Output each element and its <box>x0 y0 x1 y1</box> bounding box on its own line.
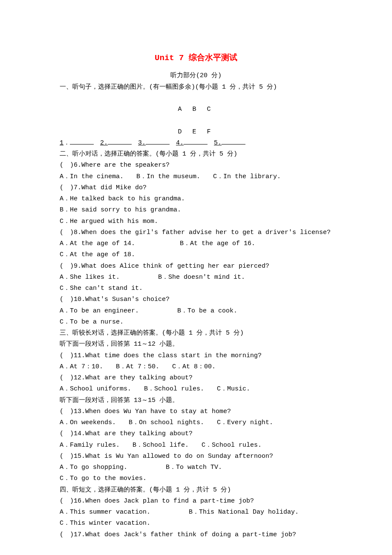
section3-sub2: 听下面一段对话，回答第 13～15 小题。 <box>60 395 332 406</box>
q12-options: A．School uniforms. B．School rules. C．Mus… <box>60 384 332 395</box>
subtitle: 听力部分(20 分) <box>60 70 332 81</box>
image-row-1: A B C <box>60 104 332 115</box>
image-row-2: D E F <box>60 127 332 138</box>
q15-option-ab: A．To go shopping. B．To watch TV. <box>60 462 332 473</box>
q9-option-c: C．She can't stand it. <box>60 283 332 294</box>
spacer <box>60 93 332 104</box>
q10-option-ab: A．To be an engineer. B．To be a cook. <box>60 306 332 317</box>
spacer <box>60 115 332 126</box>
section3-heading: 三、听较长对话，选择正确的答案。(每小题 1 分，共计 5 分) <box>60 328 332 339</box>
q15-option-c: C．To go to the movies. <box>60 473 332 484</box>
q9: ( )9.What does Alice think of getting he… <box>60 261 332 272</box>
section2-heading: 二、听小对话，选择正确的答案。(每小题 1 分，共计 5 分) <box>60 149 332 160</box>
q8: ( )8.When does the girl's father advise … <box>60 227 332 238</box>
q10-option-c: C．To be a nurse. <box>60 317 332 328</box>
q6-options: A．In the cinema. B．In the museum. C．In t… <box>60 171 332 182</box>
q6: ( )6.Where are the speakers? <box>60 160 332 171</box>
q14-options: A．Family rules. B．School life. C．School … <box>60 440 332 451</box>
q12: ( )12.What are they talking about? <box>60 373 332 384</box>
q7-option-c: C．He argued with his mom. <box>60 216 332 227</box>
section3-sub1: 听下面一段对话，回答第 11～12 小题。 <box>60 339 332 350</box>
section1-heading: 一、听句子，选择正确的图片。(有一幅图多余)(每小题 1 分，共计 5 分) <box>60 82 332 93</box>
q13-options: A．On weekends. B．On school nights. C．Eve… <box>60 417 332 428</box>
q13: ( )13.When does Wu Yan have to stay at h… <box>60 406 332 417</box>
q17: ( )17.What does Jack's father think of d… <box>60 529 332 541</box>
q8-option-ab: A．At the age of 14. B．At the age of 16. <box>60 238 332 249</box>
section4-heading: 四、听短文，选择正确的答案。(每小题 1 分，共计 5 分) <box>60 485 332 496</box>
q7-option-a: A．He talked back to his grandma. <box>60 194 332 205</box>
q15: ( )15.What is Wu Yan allowed to do on Su… <box>60 451 332 462</box>
q16: ( )16.When does Jack plan to find a part… <box>60 496 332 507</box>
q11: ( )11.What time does the class start in … <box>60 350 332 361</box>
page-title: Unit 7 综合水平测试 <box>60 51 332 65</box>
q11-options: A．At 7：10. B．At 7：50. C．At 8：00. <box>60 361 332 373</box>
answer-blanks: 1． 2. 3. 4. 5. <box>60 138 332 149</box>
q10: ( )10.What's Susan's choice? <box>60 294 332 305</box>
q9-option-ab: A．She likes it. B．She doesn't mind it. <box>60 272 332 283</box>
q16-option-c: C．This winter vacation. <box>60 518 332 529</box>
q7: ( )7.What did Mike do? <box>60 182 332 194</box>
q8-option-c: C．At the age of 18. <box>60 249 332 260</box>
q16-option-ab: A．This summer vacation. B．This National … <box>60 507 332 518</box>
q14: ( )14.What are they talking about? <box>60 428 332 439</box>
q7-option-b: B．He said sorry to his grandma. <box>60 205 332 216</box>
